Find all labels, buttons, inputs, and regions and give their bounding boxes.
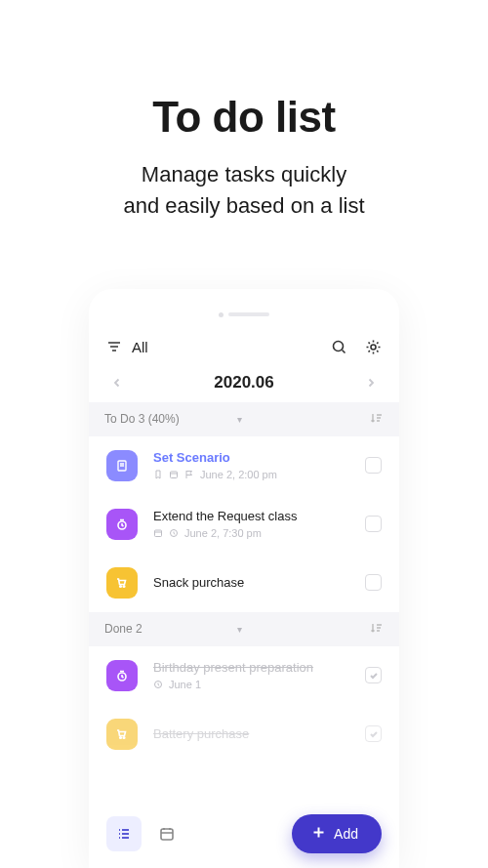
- toolbar: All: [89, 327, 399, 363]
- hero-title: To do list: [123, 93, 364, 142]
- add-label: Add: [334, 826, 358, 842]
- section-todo-label: To Do 3 (40%): [104, 412, 233, 426]
- task-checkbox[interactable]: [365, 574, 382, 591]
- sort-icon[interactable]: [370, 411, 384, 428]
- task-checkbox[interactable]: [365, 516, 382, 532]
- phone-frame: All 2020.06 To Do 3 (40%) ▾: [89, 289, 399, 868]
- section-header-todo[interactable]: To Do 3 (40%) ▾: [89, 402, 399, 436]
- svg-point-8: [123, 585, 125, 587]
- svg-point-0: [334, 341, 344, 351]
- month-navigator: 2020.06: [89, 363, 399, 402]
- sort-icon[interactable]: [370, 621, 384, 638]
- task-row[interactable]: Set Scenario June 2, 2:00 pm: [89, 436, 399, 495]
- task-meta: June 2, 7:30 pm: [153, 527, 349, 539]
- task-meta: June 2, 2:00 pm: [153, 469, 349, 480]
- calendar-icon: [169, 470, 179, 479]
- chevron-down-icon: ▾: [237, 414, 242, 425]
- clock-small-icon: [153, 680, 163, 689]
- clock-small-icon: [169, 528, 179, 538]
- task-row[interactable]: Extend the Request class June 2, 7:30 pm: [89, 495, 399, 554]
- svg-point-12: [123, 736, 125, 738]
- prev-month-icon[interactable]: [112, 375, 122, 391]
- hero-section: To do list Manage tasks quickly and easi…: [123, 0, 364, 222]
- filter-label[interactable]: All: [132, 339, 331, 355]
- task-row[interactable]: Battery purchase: [89, 705, 399, 764]
- task-checkbox[interactable]: [365, 667, 382, 683]
- bookmark-icon: [153, 470, 163, 479]
- svg-rect-3: [171, 472, 178, 478]
- task-row[interactable]: Snack purchase: [89, 554, 399, 612]
- task-checkbox[interactable]: [365, 457, 382, 474]
- svg-rect-13: [161, 829, 173, 840]
- task-title: Birthday present preparation: [153, 660, 349, 675]
- plus-icon: [311, 825, 326, 843]
- filter-icon[interactable]: [106, 339, 122, 354]
- svg-point-1: [371, 345, 376, 350]
- list-view-button[interactable]: [106, 816, 142, 851]
- task-row[interactable]: Birthday present preparation June 1: [89, 646, 399, 705]
- svg-point-7: [120, 585, 122, 587]
- task-title: Battery purchase: [153, 726, 349, 741]
- task-title: Set Scenario: [153, 450, 349, 465]
- section-done-label: Done 2: [104, 622, 233, 636]
- section-header-done[interactable]: Done 2 ▾: [89, 612, 399, 646]
- gear-icon[interactable]: [365, 339, 382, 355]
- task-meta: June 1: [153, 679, 349, 690]
- task-checkbox[interactable]: [365, 725, 382, 742]
- search-icon[interactable]: [331, 339, 347, 355]
- next-month-icon[interactable]: [366, 375, 376, 391]
- calendar-icon: [153, 528, 163, 538]
- month-label: 2020.06: [214, 373, 273, 393]
- clock-icon: [106, 509, 138, 540]
- cart-icon: [106, 719, 138, 750]
- svg-point-11: [120, 736, 122, 738]
- add-button[interactable]: Add: [292, 814, 382, 853]
- bottom-bar: Add: [89, 800, 399, 868]
- calendar-view-button[interactable]: [149, 816, 184, 851]
- drag-indicator: [89, 289, 399, 327]
- document-icon: [106, 450, 138, 481]
- clock-icon: [106, 660, 138, 691]
- cart-icon: [106, 567, 138, 599]
- svg-rect-5: [155, 530, 162, 537]
- chevron-down-icon: ▾: [237, 624, 242, 635]
- flag-icon: [184, 470, 194, 479]
- hero-subtitle: Manage tasks quickly and easily based on…: [123, 159, 364, 222]
- task-title: Extend the Request class: [153, 509, 349, 523]
- task-title: Snack purchase: [153, 575, 349, 590]
